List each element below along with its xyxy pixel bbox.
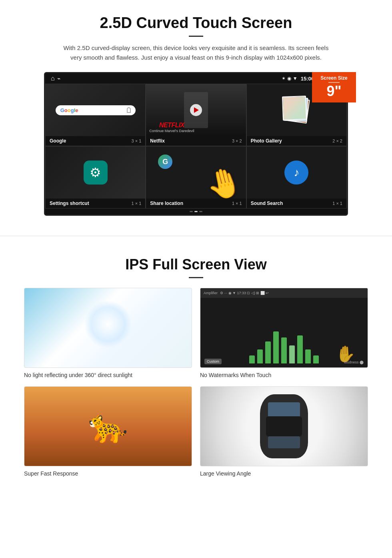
- title-divider: [189, 36, 203, 37]
- amp-bar-4: [273, 331, 279, 363]
- share-app-inner: G 🤚: [146, 147, 246, 199]
- google-maps-icon: G: [158, 155, 172, 169]
- hand-pointing-icon: 🤚: [202, 163, 246, 199]
- settings-app-size: 1 × 1: [132, 201, 142, 206]
- dot-2: [194, 211, 198, 212]
- google-searchbar: Google: [56, 105, 136, 115]
- feature-cheetah: 🐆 Super Fast Response: [24, 386, 192, 477]
- dot-1: [190, 211, 193, 212]
- netflix-sub-text: Continue Marvel's Daredevil: [149, 129, 194, 133]
- gallery-label: Photo Gallery 2 × 2: [247, 136, 346, 146]
- badge-label: Screen Size: [314, 75, 354, 81]
- section-curved-touch: 2.5D Curved Touch Screen With 2.5D curve…: [0, 0, 392, 224]
- settings-icon-wrap: ⚙: [84, 161, 108, 185]
- sound-app-size: 1 × 1: [332, 201, 342, 206]
- amp-loudness: loudness ⬤: [344, 360, 364, 364]
- sound-label: Sound Search 1 × 1: [247, 199, 346, 208]
- feature-sunlight: No light reflecting under 360° direct su…: [24, 288, 192, 378]
- usb-icon: ⌁: [57, 75, 60, 82]
- play-triangle-icon: [194, 107, 199, 113]
- netflix-app-name: Netflix: [150, 138, 165, 144]
- feature-amplifier: Amplifier ⚙ ··· ◉ ▼ 17:33 ⊡ ◁) ⊠ ⬜ ↩ ✋ C…: [200, 288, 368, 378]
- photo-card-3: [282, 96, 307, 120]
- section-ips: IPS Full Screen View No light reflecting…: [0, 248, 392, 489]
- google-app-inner: Google: [46, 84, 145, 136]
- car-top-view: [260, 394, 308, 458]
- feature-cheetah-label: Super Fast Response: [24, 470, 192, 477]
- google-app-size: 3 × 1: [132, 138, 142, 143]
- cheetah-icon: 🐆: [88, 407, 128, 445]
- share-app-size: 1 × 1: [232, 201, 242, 206]
- settings-app-cell[interactable]: ⚙ Settings shortcut 1 × 1: [45, 146, 146, 209]
- google-app-cell[interactable]: Google Google 3 × 1: [45, 84, 146, 146]
- play-button[interactable]: [190, 104, 202, 116]
- amp-bar-2: [257, 349, 263, 363]
- car-roof: [266, 416, 302, 436]
- netflix-label: Netflix 3 × 2: [146, 136, 246, 146]
- amp-bar-8: [305, 349, 311, 363]
- ips-title-divider: [189, 277, 203, 278]
- car-image: [200, 386, 368, 466]
- device-wrapper: Screen Size 9" ⌂ ⌁ ✶ ◉ ▼ 15:06 ⊡ ◁): [44, 72, 348, 216]
- dot-3: [199, 211, 202, 212]
- bluetooth-icon: ✶: [282, 76, 286, 81]
- music-note-icon: ♪: [294, 166, 299, 179]
- gear-icon: ⚙: [90, 165, 101, 180]
- amp-icons: ⚙ ··· ◉ ▼ 17:33 ⊡ ◁) ⊠ ⬜ ↩: [220, 291, 269, 295]
- page-indicators: [45, 209, 347, 215]
- settings-label: Settings shortcut 1 × 1: [46, 199, 145, 208]
- google-app-name: Google: [50, 138, 66, 144]
- sun-glow: [84, 300, 132, 348]
- netflix-logo: NETFLIX: [149, 122, 194, 129]
- amp-bar-5: [281, 337, 287, 363]
- home-icon: ⌂: [51, 75, 55, 82]
- status-bar: ⌂ ⌁ ✶ ◉ ▼ 15:06 ⊡ ◁) ⊠ ⬜: [45, 73, 347, 84]
- sunlight-image: [24, 288, 192, 368]
- wifi-icon: ▼: [293, 76, 298, 81]
- amp-bar-6: [289, 345, 295, 363]
- amplifier-image: Amplifier ⚙ ··· ◉ ▼ 17:33 ⊡ ◁) ⊠ ⬜ ↩ ✋ C…: [200, 288, 368, 368]
- section2-title: IPS Full Screen View: [24, 256, 368, 273]
- sound-app-name: Sound Search: [251, 201, 283, 206]
- feature-sunlight-label: No light reflecting under 360° direct su…: [24, 372, 192, 378]
- amp-bar-1: [249, 355, 255, 363]
- section1-title: 2.5D Curved Touch Screen: [24, 14, 368, 32]
- settings-app-inner: ⚙: [46, 147, 145, 199]
- settings-app-name: Settings shortcut: [50, 201, 89, 206]
- screen-size-badge: Screen Size 9": [312, 72, 356, 102]
- location-icon: ◉: [287, 76, 291, 81]
- section-divider: [0, 236, 392, 236]
- device-frame: ⌂ ⌁ ✶ ◉ ▼ 15:06 ⊡ ◁) ⊠ ⬜: [44, 72, 348, 216]
- netflix-app-size: 3 × 2: [232, 138, 242, 143]
- car-windshield: [268, 402, 300, 418]
- google-mic-icon: [127, 107, 131, 113]
- amp-bar-9: [313, 355, 319, 363]
- share-label: Share location 1 × 1: [146, 199, 246, 208]
- gallery-app-name: Photo Gallery: [251, 138, 282, 144]
- amp-bar-3: [265, 341, 271, 363]
- car-rear-window: [268, 436, 300, 448]
- google-logo: Google: [60, 107, 78, 113]
- amp-bar-7: [297, 335, 303, 363]
- netflix-overlay: NETFLIX Continue Marvel's Daredevil: [149, 122, 194, 133]
- share-app-name: Share location: [150, 201, 183, 206]
- feature-car-label: Large Viewing Angle: [200, 470, 368, 477]
- feature-amplifier-label: No Watermarks When Touch: [200, 372, 368, 378]
- feature-grid: No light reflecting under 360° direct su…: [24, 288, 368, 477]
- share-app-cell[interactable]: G 🤚 Share location 1 × 1: [146, 146, 246, 209]
- google-label: Google 3 × 1: [46, 136, 145, 146]
- amp-title: Amplifier: [204, 291, 218, 295]
- netflix-app-cell[interactable]: NETFLIX Continue Marvel's Daredevil Netf…: [146, 84, 246, 146]
- netflix-app-inner: NETFLIX Continue Marvel's Daredevil: [146, 84, 246, 136]
- section1-description: With 2.5D curved-display screen, this de…: [60, 43, 332, 62]
- sound-app-cell[interactable]: ♪ Sound Search 1 × 1: [246, 146, 347, 209]
- amp-custom-button[interactable]: Custom: [204, 359, 222, 364]
- app-grid: Google Google 3 × 1: [45, 84, 347, 209]
- music-icon-circle: ♪: [284, 161, 308, 185]
- gallery-app-size: 2 × 2: [332, 138, 342, 143]
- sound-app-inner: ♪: [247, 147, 346, 199]
- feature-car: Large Viewing Angle: [200, 386, 368, 477]
- badge-size: 9": [326, 83, 341, 99]
- cheetah-image: 🐆: [24, 386, 192, 466]
- photo-stack: [282, 96, 310, 124]
